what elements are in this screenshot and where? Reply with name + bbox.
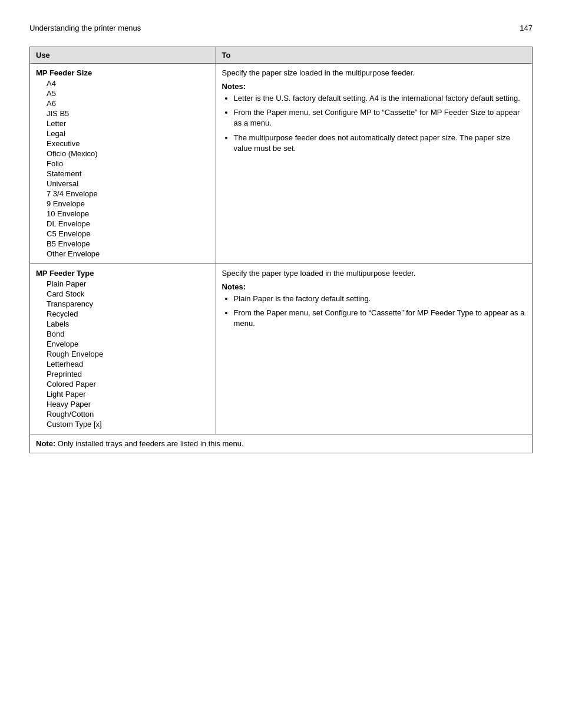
list-item: Legal — [36, 129, 210, 139]
footer-note: Note: Only installed trays and feeders a… — [30, 434, 533, 453]
list-item: Colored Paper — [36, 379, 210, 389]
list-item: A5 — [36, 88, 210, 98]
list-item: Envelope — [36, 339, 210, 349]
list-item: DL Envelope — [36, 219, 210, 229]
note-item: The multipurpose feeder does not automat… — [234, 133, 526, 154]
list-item: Light Paper — [36, 389, 210, 399]
use-title-mp-feeder-type: MP Feeder Type — [36, 269, 210, 278]
list-item: Statement — [36, 169, 210, 179]
list-item: Bond — [36, 329, 210, 339]
use-cell-mp-feeder-type: MP Feeder TypePlain PaperCard StockTrans… — [30, 264, 216, 434]
note-item: Plain Paper is the factory default setti… — [234, 294, 526, 304]
list-item: Preprinted — [36, 369, 210, 379]
list-item: 9 Envelope — [36, 199, 210, 209]
list-item: Custom Type [x] — [36, 419, 210, 429]
list-item: B5 Envelope — [36, 239, 210, 249]
list-item: A4 — [36, 78, 210, 88]
notes-label-mp-feeder-type: Notes: — [222, 282, 526, 291]
to-cell-mp-feeder-type: Specify the paper type loaded in the mul… — [216, 264, 532, 434]
to-intro-mp-feeder-type: Specify the paper type loaded in the mul… — [222, 269, 526, 278]
list-item: Heavy Paper — [36, 399, 210, 409]
list-item: Universal — [36, 179, 210, 189]
footer-note-text: Only installed trays and feeders are lis… — [55, 439, 243, 448]
page-title: Understanding the printer menus — [29, 24, 141, 32]
list-item: Rough/Cotton — [36, 409, 210, 419]
list-item: 10 Envelope — [36, 209, 210, 219]
table-row-mp-feeder-type: MP Feeder TypePlain PaperCard StockTrans… — [30, 264, 533, 434]
list-item: Transparency — [36, 299, 210, 309]
main-table: Use To MP Feeder SizeA4A5A6JIS B5LetterL… — [29, 47, 533, 453]
list-item: JIS B5 — [36, 108, 210, 118]
note-item: From the Paper menu, set Configure MP to… — [234, 107, 526, 129]
list-item: Recycled — [36, 309, 210, 319]
note-item: Letter is the U.S. factory default setti… — [234, 93, 526, 104]
footer-row: Note: Only installed trays and feeders a… — [30, 434, 533, 453]
list-item: Card Stock — [36, 289, 210, 299]
list-item: C5 Envelope — [36, 229, 210, 239]
list-item: Other Envelope — [36, 249, 210, 259]
list-item: Plain Paper — [36, 279, 210, 289]
use-title-mp-feeder-size: MP Feeder Size — [36, 68, 210, 77]
footer-note-bold: Note: — [36, 439, 55, 448]
list-item: Labels — [36, 319, 210, 329]
list-item: A6 — [36, 98, 210, 108]
table-row-mp-feeder-size: MP Feeder SizeA4A5A6JIS B5LetterLegalExe… — [30, 64, 533, 264]
list-item: Executive — [36, 139, 210, 149]
list-item: Letterhead — [36, 359, 210, 369]
page-number: 147 — [520, 24, 533, 32]
col-header-use: Use — [30, 47, 216, 64]
list-item: 7 3/4 Envelope — [36, 189, 210, 199]
note-item: From the Paper menu, set Configure to “C… — [234, 308, 526, 329]
list-item: Oficio (Mexico) — [36, 149, 210, 159]
col-header-to: To — [216, 47, 532, 64]
list-item: Letter — [36, 118, 210, 129]
list-item: Folio — [36, 159, 210, 169]
to-intro-mp-feeder-size: Specify the paper size loaded in the mul… — [222, 68, 526, 77]
to-cell-mp-feeder-size: Specify the paper size loaded in the mul… — [216, 64, 532, 264]
list-item: Rough Envelope — [36, 349, 210, 359]
use-cell-mp-feeder-size: MP Feeder SizeA4A5A6JIS B5LetterLegalExe… — [30, 64, 216, 264]
notes-label-mp-feeder-size: Notes: — [222, 82, 526, 91]
